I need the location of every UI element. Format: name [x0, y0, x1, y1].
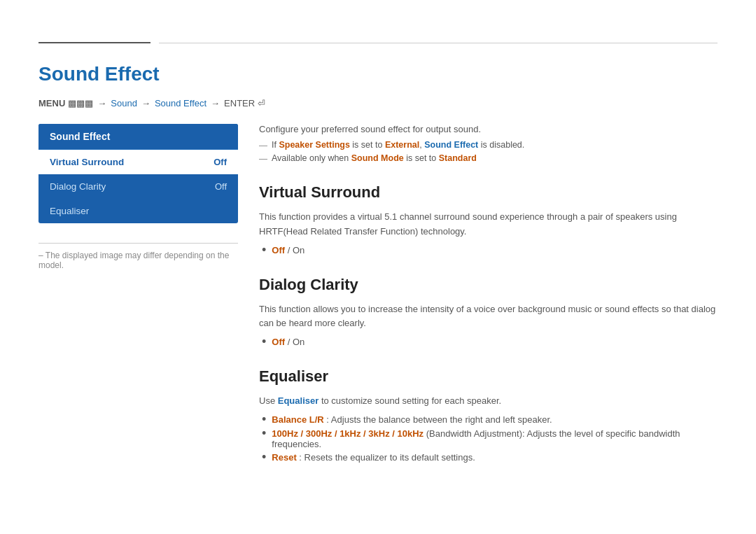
note-line-2: — Available only when Sound Mode is set … — [259, 153, 718, 164]
section-virtual-surround: Virtual Surround This function provides … — [259, 183, 718, 256]
breadcrumb-arrow1: → — [97, 98, 106, 108]
menu-item-value-dialog-clarity: Off — [215, 181, 227, 192]
section-title-equaliser: Equaliser — [259, 367, 718, 386]
left-note-text: The displayed image may differ depending… — [38, 251, 229, 270]
top-dividers — [38, 42, 718, 43]
bullet-equaliser-reset: • Reset : Resets the equalizer to its de… — [259, 452, 718, 463]
section-desc-dialog-clarity: This function allows you to increase the… — [259, 302, 718, 332]
note1-dash: — — [259, 141, 267, 150]
note1-text: If Speaker Settings is set to External, … — [272, 140, 524, 150]
eq-reset-link: Reset — [272, 452, 296, 463]
section-title-dialog-clarity: Dialog Clarity — [259, 276, 718, 294]
note2-sound-mode: Sound Mode — [351, 153, 404, 163]
breadcrumb-arrow2: → — [141, 98, 150, 108]
equaliser-link-desc: Equaliser — [278, 395, 319, 406]
eq-balance-desc: : Adjusts the balance between the right … — [326, 414, 552, 425]
left-note: – The displayed image may differ dependi… — [38, 243, 238, 270]
bullet-dot-vs: • — [262, 244, 266, 256]
note2-standard: Standard — [439, 153, 477, 163]
breadcrumb-menu-icon: ▩▩▩ — [68, 98, 93, 108]
menu-box: Sound Effect Virtual Surround Off Dialog… — [38, 124, 238, 223]
bullet-dot-eq1: • — [262, 413, 266, 426]
breadcrumb-sound: Sound — [111, 98, 137, 108]
note2-text: Available only when Sound Mode is set to… — [272, 153, 477, 163]
bullet-dialog-clarity-offon: • Off / On — [259, 337, 718, 348]
section-desc-equaliser: Use Equaliser to customize sound setting… — [259, 394, 718, 409]
breadcrumb-enter-icon: ⏎ — [258, 98, 265, 108]
vs-slash: / — [288, 245, 293, 255]
bullet-dot-eq3: • — [262, 451, 266, 463]
page-container: Sound Effect MENU ▩▩▩ → Sound → Sound Ef… — [0, 0, 756, 494]
breadcrumb: MENU ▩▩▩ → Sound → Sound Effect → ENTER … — [38, 98, 718, 108]
breadcrumb-arrow3: → — [211, 98, 220, 108]
section-title-virtual-surround: Virtual Surround — [259, 183, 718, 202]
dc-on: On — [293, 337, 304, 347]
bullet-dot-eq2: • — [262, 427, 266, 440]
page-title: Sound Effect — [38, 63, 718, 85]
bullet-equaliser-balance: • Balance L/R : Adjusts the balance betw… — [259, 414, 718, 426]
bullet-eq1-text: Balance L/R : Adjusts the balance betwee… — [272, 414, 552, 425]
breadcrumb-soundeffect: Sound Effect — [155, 98, 206, 108]
bullet-vs-text: Off / On — [272, 245, 304, 255]
breadcrumb-enter: ENTER — [224, 98, 255, 108]
eq-balance-link: Balance L/R — [272, 414, 323, 425]
menu-item-label-virtual-surround: Virtual Surround — [50, 157, 124, 167]
note1-external: External — [385, 140, 419, 150]
eq-reset-desc: : Resets the equalizer to its default se… — [299, 452, 475, 463]
left-note-dash: – — [38, 251, 46, 260]
eq-bandwidth-link: 100Hz / 300Hz / 1kHz / 3kHz / 10kHz — [272, 428, 424, 439]
menu-item-dialog-clarity[interactable]: Dialog Clarity Off — [38, 174, 238, 199]
menu-item-label-dialog-clarity: Dialog Clarity — [50, 181, 106, 192]
bullet-dot-dc: • — [262, 335, 266, 348]
bullet-equaliser-bandwidth: • 100Hz / 300Hz / 1kHz / 3kHz / 10kHz (B… — [259, 428, 718, 449]
bullet-eq3-text: Reset : Resets the equalizer to its defa… — [272, 452, 475, 463]
menu-item-value-virtual-surround: Off — [214, 157, 227, 167]
menu-box-header: Sound Effect — [38, 124, 238, 150]
divider-long — [159, 43, 718, 43]
content-layout: Sound Effect Virtual Surround Off Dialog… — [38, 124, 718, 466]
note1-speaker-settings: Speaker Settings — [279, 140, 349, 150]
right-intro: Configure your preferred sound effect fo… — [259, 124, 718, 134]
breadcrumb-menu: MENU — [38, 98, 65, 108]
vs-off: Off — [272, 245, 285, 255]
note-line-1: — If Speaker Settings is set to External… — [259, 140, 718, 150]
note1-sound-effect: Sound Effect — [424, 140, 478, 150]
bullet-dc-text: Off / On — [272, 337, 304, 347]
vs-on: On — [293, 245, 304, 255]
section-dialog-clarity: Dialog Clarity This function allows you … — [259, 276, 718, 349]
menu-item-equaliser[interactable]: Equaliser — [38, 199, 238, 223]
section-desc-virtual-surround: This function provides a virtual 5.1 cha… — [259, 210, 718, 239]
section-equaliser: Equaliser Use Equaliser to customize sou… — [259, 367, 718, 463]
bullet-virtual-surround-offon: • Off / On — [259, 245, 718, 256]
bullet-eq2-text: 100Hz / 300Hz / 1kHz / 3kHz / 10kHz (Ban… — [272, 428, 718, 449]
dc-off: Off — [272, 337, 285, 347]
right-panel: Configure your preferred sound effect fo… — [259, 124, 718, 466]
menu-item-label-equaliser: Equaliser — [50, 206, 89, 216]
left-panel: Sound Effect Virtual Surround Off Dialog… — [38, 124, 238, 466]
dc-slash: / — [288, 337, 293, 347]
divider-short — [38, 42, 150, 43]
menu-item-virtual-surround[interactable]: Virtual Surround Off — [38, 150, 238, 174]
note2-dash: — — [259, 154, 267, 164]
